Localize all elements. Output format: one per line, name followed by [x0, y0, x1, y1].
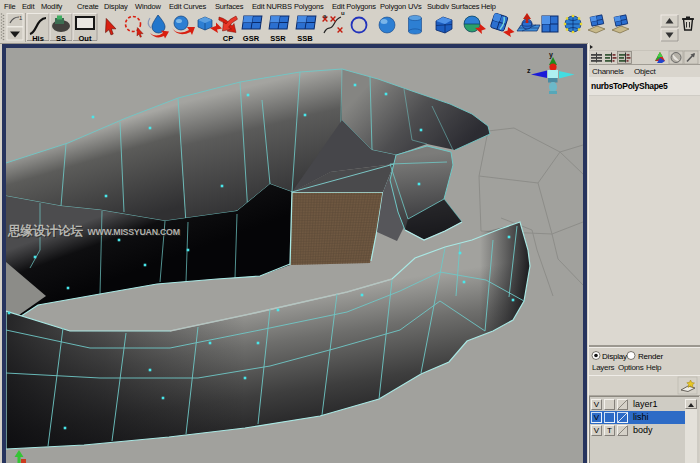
svg-text:SSR: SSR	[270, 34, 286, 43]
svg-text:CP: CP	[223, 34, 233, 43]
svg-text:SS: SS	[56, 34, 66, 43]
svg-text:y: y	[549, 51, 553, 59]
svg-text:Out: Out	[79, 34, 92, 43]
svg-text:Display: Display	[602, 352, 627, 361]
svg-text:u: u	[341, 12, 345, 16]
svg-text:Render: Render	[638, 352, 664, 361]
svg-text:His: His	[32, 34, 44, 43]
svg-text:z: z	[527, 67, 531, 74]
svg-text:GSR: GSR	[243, 34, 260, 43]
svg-text:SSB: SSB	[297, 34, 313, 43]
